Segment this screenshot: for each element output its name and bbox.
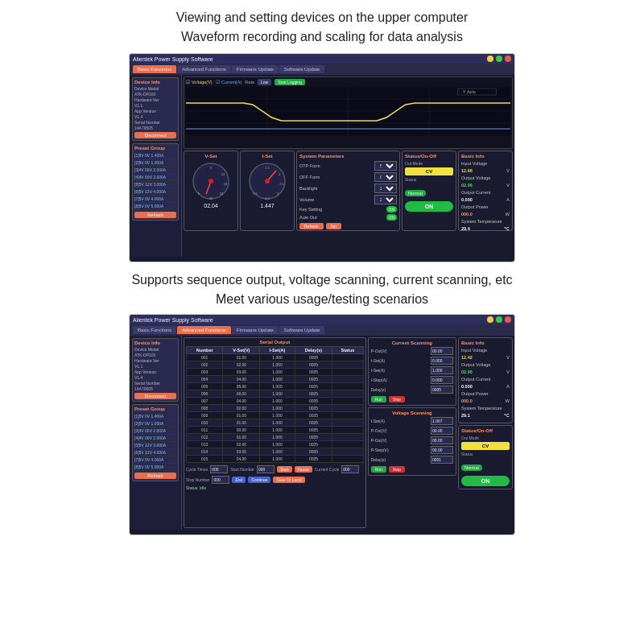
current-cycle-input[interactable] [341,465,359,473]
maximize-icon[interactable] [496,56,502,62]
off-select[interactable]: OK [374,172,397,182]
tab-software-update[interactable]: Software Update [279,65,325,73]
start-button[interactable]: Start [277,466,292,473]
end-button[interactable]: End [232,477,246,483]
b-inv-unit: V [506,355,510,360]
table-row: 00202.001.0000005 [187,361,364,369]
cs-run-button[interactable]: Run [371,396,386,402]
backlight-select[interactable]: 2 [374,184,397,193]
bottom-minimize-icon[interactable] [487,316,493,323]
svg-text:Y Axis: Y Axis [463,89,477,93]
output-power-value-row: 000.0 W [461,212,510,217]
output-voltage-value-row: 02.06 V [461,183,510,188]
iset-title: I-Set [243,154,291,159]
bottom-disconnect-button[interactable]: Disconnect [134,393,176,399]
iset-dial[interactable]: 1.5 2 2.5 3 4.5 0.5 [247,161,287,201]
bottom-tab-software[interactable]: Software Update [279,326,325,334]
b-preset-2[interactable]: [2]5V 0V 1.000A [134,420,176,427]
b-preset-4[interactable]: [4]4V 00V 2.000A [134,435,176,442]
vset-dial[interactable]: 6 12 18 24 30 0 [191,161,231,201]
table-row: 01302.001.0000005 [187,441,364,448]
bottom-tab-firmware[interactable]: Firmware Update [232,326,279,334]
device-model-row: Device Model [134,86,176,91]
table-row: 00704.001.0000005 [187,398,364,405]
system-params-panel: System Parameters OTP Form 50 ℃ OFF Form… [296,151,400,231]
start-logging-button[interactable]: Start Logging [275,79,305,85]
bottom-basic-info: Basic Info Input Voltage 12.42 V Output … [458,337,513,423]
pause-button[interactable]: Pause [295,466,312,473]
bottom-tab-basic[interactable]: Basic Functions [133,326,176,334]
preset-2[interactable]: [2]5V 0V 1.000A [134,159,176,167]
b-preset-6[interactable]: [6]5V 12V 4.000A [134,449,176,456]
b-preset-5[interactable]: [5]5V 12V 3.000A [134,442,176,449]
bhv-label: Hardware Ver [134,358,159,363]
vs-vout2-label: P-Out(V) [371,438,387,443]
vs-vout1-input[interactable] [431,427,453,435]
params-refresh-button[interactable]: Refresh [299,223,324,229]
vs-delay-input[interactable] [431,456,453,464]
save-local-button[interactable]: Save To Local [273,477,304,483]
preset-5[interactable]: [5]5V 12V 3.000A [134,181,176,188]
b-outp-label: Output Power [461,391,489,396]
on-toggle[interactable]: ON [405,201,453,212]
bottom-close-icon[interactable] [505,316,511,323]
auto-out-toggle[interactable]: ON [386,214,398,221]
bottom-on-toggle[interactable]: ON [461,476,510,486]
bottom-preset-section: Preset Group [1]5V 0V 1.400A [2]5V 0V 1.… [132,404,179,481]
minimize-icon[interactable] [487,56,493,62]
preset-7[interactable]: [7]5V 0V 4.000A [134,196,176,203]
preset-3[interactable]: [3]4V 00V 2.000A [134,167,176,174]
vs-vstep-input[interactable] [431,446,453,454]
tab-basic-functions[interactable]: Basic Functions [133,65,176,73]
key-setting-toggle[interactable]: ON [386,206,398,213]
b-preset-1[interactable]: [1]5V 0V 1.400A [134,413,176,420]
waveform-section: ☑ Voltage(V) ☑ Current(A) Rate Low Start… [184,76,513,149]
status-idle: Status: Idle [186,485,364,490]
stop-number-input[interactable] [212,476,229,484]
bottom-win-tabs: Basic Functions Advanced Functions Firmw… [130,324,514,336]
preset-1[interactable]: [1]5V 0V 1.400A [134,152,176,159]
svg-text:12: 12 [221,172,225,176]
preset-6[interactable]: [6]5V 12V 4.000A [134,188,176,196]
b-preset-7[interactable]: [7]5V 0V 4.000A [134,456,176,464]
vs-vout2-input[interactable] [431,436,453,444]
bottom-out-mode-label: Out Mode [461,436,510,440]
b-preset-3[interactable]: [3]4V 00V 2.000A [134,427,176,435]
vs-iset-input[interactable] [431,417,453,425]
cycle-times-input[interactable] [210,465,228,473]
sys-temp-value: 29.4 [461,226,470,231]
svg-text:18: 18 [224,182,228,186]
device-model-value: ATK-DP100 [134,92,155,97]
continue-button[interactable]: Continue [248,477,270,483]
bottom-screenshot: Alientek Power Supply Software Basic Fun… [129,314,515,535]
tab-firmware-update[interactable]: Firmware Update [232,65,279,73]
cs-stop-button[interactable]: Stop [389,396,405,402]
bottom-tab-advanced[interactable]: Advanced Functions [177,326,230,334]
rate-select[interactable]: Low [258,79,271,85]
params-set-button[interactable]: Set [326,223,342,229]
preset-4[interactable]: [4]4V 00V 2.000A [134,174,176,181]
vs-run-button[interactable]: Run [371,466,386,473]
close-icon[interactable] [505,56,511,62]
cs-istep-input[interactable] [431,376,453,384]
start-number-input[interactable] [257,465,275,473]
cs-pout-input[interactable] [431,347,453,355]
vs-stop-button[interactable]: Stop [389,466,405,473]
current-checkbox[interactable]: ☑ Current(A) [216,80,242,85]
preset-8[interactable]: [8]5V 0V 5.000A [134,203,176,210]
current-label: Current(A) [221,80,242,85]
bottom-maximize-icon[interactable] [496,316,502,323]
disconnect-button[interactable]: Disconnect [134,132,176,138]
bottom-refresh-button[interactable]: Refresh [134,473,176,479]
hardware-ver-label: Hardware Ver [134,97,159,102]
refresh-presets-button[interactable]: Refresh [134,212,176,218]
cs-delay-input[interactable] [431,386,453,394]
cs-iset2-input[interactable] [431,366,453,374]
cs-iset1-input[interactable] [431,357,453,365]
top-screenshot: Alientek Power Supply Software Basic Fun… [129,53,515,262]
volume-select[interactable]: 2 [374,195,397,204]
tab-advanced-functions[interactable]: Advanced Functions [177,65,230,73]
b-preset-8[interactable]: [8]5V 0V 5.000A [134,464,176,471]
otp-select[interactable]: 50 ℃ [374,161,397,171]
voltage-checkbox[interactable]: ☑ Voltage(V) [186,80,213,85]
